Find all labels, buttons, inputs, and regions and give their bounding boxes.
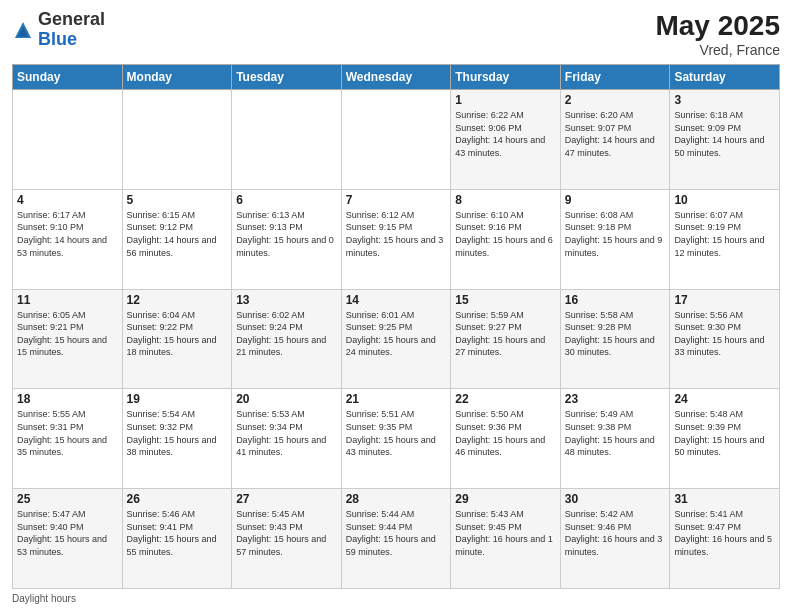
day-info: Sunrise: 5:42 AMSunset: 9:46 PMDaylight:… <box>565 508 666 558</box>
day-number: 18 <box>17 392 118 406</box>
week-row-5: 25Sunrise: 5:47 AMSunset: 9:40 PMDayligh… <box>13 489 780 589</box>
day-header-friday: Friday <box>560 65 670 90</box>
day-info: Sunrise: 5:41 AMSunset: 9:47 PMDaylight:… <box>674 508 775 558</box>
day-cell: 28Sunrise: 5:44 AMSunset: 9:44 PMDayligh… <box>341 489 451 589</box>
day-number: 11 <box>17 293 118 307</box>
day-cell <box>13 90 123 190</box>
day-number: 3 <box>674 93 775 107</box>
week-row-2: 4Sunrise: 6:17 AMSunset: 9:10 PMDaylight… <box>13 189 780 289</box>
day-info: Sunrise: 5:45 AMSunset: 9:43 PMDaylight:… <box>236 508 337 558</box>
day-cell: 20Sunrise: 5:53 AMSunset: 9:34 PMDayligh… <box>232 389 342 489</box>
day-info: Sunrise: 5:59 AMSunset: 9:27 PMDaylight:… <box>455 309 556 359</box>
week-row-4: 18Sunrise: 5:55 AMSunset: 9:31 PMDayligh… <box>13 389 780 489</box>
day-number: 23 <box>565 392 666 406</box>
logo-text: General Blue <box>38 10 105 50</box>
day-cell: 5Sunrise: 6:15 AMSunset: 9:12 PMDaylight… <box>122 189 232 289</box>
day-cell: 16Sunrise: 5:58 AMSunset: 9:28 PMDayligh… <box>560 289 670 389</box>
day-number: 9 <box>565 193 666 207</box>
day-cell: 1Sunrise: 6:22 AMSunset: 9:06 PMDaylight… <box>451 90 561 190</box>
day-info: Sunrise: 5:51 AMSunset: 9:35 PMDaylight:… <box>346 408 447 458</box>
day-number: 2 <box>565 93 666 107</box>
day-info: Sunrise: 6:08 AMSunset: 9:18 PMDaylight:… <box>565 209 666 259</box>
day-number: 30 <box>565 492 666 506</box>
day-info: Sunrise: 6:05 AMSunset: 9:21 PMDaylight:… <box>17 309 118 359</box>
day-cell: 25Sunrise: 5:47 AMSunset: 9:40 PMDayligh… <box>13 489 123 589</box>
day-number: 28 <box>346 492 447 506</box>
day-number: 17 <box>674 293 775 307</box>
day-header-monday: Monday <box>122 65 232 90</box>
day-number: 15 <box>455 293 556 307</box>
day-cell: 27Sunrise: 5:45 AMSunset: 9:43 PMDayligh… <box>232 489 342 589</box>
day-cell: 13Sunrise: 6:02 AMSunset: 9:24 PMDayligh… <box>232 289 342 389</box>
day-number: 27 <box>236 492 337 506</box>
day-info: Sunrise: 5:50 AMSunset: 9:36 PMDaylight:… <box>455 408 556 458</box>
day-number: 22 <box>455 392 556 406</box>
day-cell: 18Sunrise: 5:55 AMSunset: 9:31 PMDayligh… <box>13 389 123 489</box>
logo-general: General <box>38 9 105 29</box>
day-cell: 29Sunrise: 5:43 AMSunset: 9:45 PMDayligh… <box>451 489 561 589</box>
day-cell: 15Sunrise: 5:59 AMSunset: 9:27 PMDayligh… <box>451 289 561 389</box>
day-cell: 12Sunrise: 6:04 AMSunset: 9:22 PMDayligh… <box>122 289 232 389</box>
day-cell: 14Sunrise: 6:01 AMSunset: 9:25 PMDayligh… <box>341 289 451 389</box>
footer: Daylight hours <box>12 593 780 604</box>
day-number: 21 <box>346 392 447 406</box>
day-cell: 24Sunrise: 5:48 AMSunset: 9:39 PMDayligh… <box>670 389 780 489</box>
day-number: 13 <box>236 293 337 307</box>
day-cell: 19Sunrise: 5:54 AMSunset: 9:32 PMDayligh… <box>122 389 232 489</box>
day-number: 24 <box>674 392 775 406</box>
day-info: Sunrise: 5:53 AMSunset: 9:34 PMDaylight:… <box>236 408 337 458</box>
logo-blue: Blue <box>38 29 77 49</box>
day-number: 1 <box>455 93 556 107</box>
day-info: Sunrise: 6:17 AMSunset: 9:10 PMDaylight:… <box>17 209 118 259</box>
day-header-wednesday: Wednesday <box>341 65 451 90</box>
day-cell <box>232 90 342 190</box>
day-cell: 4Sunrise: 6:17 AMSunset: 9:10 PMDaylight… <box>13 189 123 289</box>
day-info: Sunrise: 6:15 AMSunset: 9:12 PMDaylight:… <box>127 209 228 259</box>
day-cell: 17Sunrise: 5:56 AMSunset: 9:30 PMDayligh… <box>670 289 780 389</box>
day-number: 20 <box>236 392 337 406</box>
day-cell: 8Sunrise: 6:10 AMSunset: 9:16 PMDaylight… <box>451 189 561 289</box>
day-info: Sunrise: 6:04 AMSunset: 9:22 PMDaylight:… <box>127 309 228 359</box>
day-info: Sunrise: 6:02 AMSunset: 9:24 PMDaylight:… <box>236 309 337 359</box>
day-info: Sunrise: 5:43 AMSunset: 9:45 PMDaylight:… <box>455 508 556 558</box>
day-number: 5 <box>127 193 228 207</box>
day-info: Sunrise: 6:18 AMSunset: 9:09 PMDaylight:… <box>674 109 775 159</box>
day-info: Sunrise: 5:48 AMSunset: 9:39 PMDaylight:… <box>674 408 775 458</box>
day-number: 29 <box>455 492 556 506</box>
day-header-row: SundayMondayTuesdayWednesdayThursdayFrid… <box>13 65 780 90</box>
day-cell: 2Sunrise: 6:20 AMSunset: 9:07 PMDaylight… <box>560 90 670 190</box>
day-number: 6 <box>236 193 337 207</box>
day-cell: 10Sunrise: 6:07 AMSunset: 9:19 PMDayligh… <box>670 189 780 289</box>
month-year: May 2025 <box>655 10 780 42</box>
day-cell: 11Sunrise: 6:05 AMSunset: 9:21 PMDayligh… <box>13 289 123 389</box>
calendar-table: SundayMondayTuesdayWednesdayThursdayFrid… <box>12 64 780 589</box>
day-cell <box>122 90 232 190</box>
day-cell: 23Sunrise: 5:49 AMSunset: 9:38 PMDayligh… <box>560 389 670 489</box>
day-cell: 22Sunrise: 5:50 AMSunset: 9:36 PMDayligh… <box>451 389 561 489</box>
footer-label: Daylight hours <box>12 593 76 604</box>
day-info: Sunrise: 6:13 AMSunset: 9:13 PMDaylight:… <box>236 209 337 259</box>
day-cell: 7Sunrise: 6:12 AMSunset: 9:15 PMDaylight… <box>341 189 451 289</box>
day-info: Sunrise: 5:46 AMSunset: 9:41 PMDaylight:… <box>127 508 228 558</box>
week-row-1: 1Sunrise: 6:22 AMSunset: 9:06 PMDaylight… <box>13 90 780 190</box>
day-header-thursday: Thursday <box>451 65 561 90</box>
day-cell: 6Sunrise: 6:13 AMSunset: 9:13 PMDaylight… <box>232 189 342 289</box>
day-number: 19 <box>127 392 228 406</box>
day-number: 25 <box>17 492 118 506</box>
day-cell: 3Sunrise: 6:18 AMSunset: 9:09 PMDaylight… <box>670 90 780 190</box>
day-cell: 21Sunrise: 5:51 AMSunset: 9:35 PMDayligh… <box>341 389 451 489</box>
day-header-tuesday: Tuesday <box>232 65 342 90</box>
day-info: Sunrise: 5:54 AMSunset: 9:32 PMDaylight:… <box>127 408 228 458</box>
logo: General Blue <box>12 10 105 50</box>
header: General Blue May 2025 Vred, France <box>12 10 780 58</box>
logo-icon <box>12 19 34 41</box>
day-number: 4 <box>17 193 118 207</box>
day-number: 10 <box>674 193 775 207</box>
location: Vred, France <box>655 42 780 58</box>
day-number: 26 <box>127 492 228 506</box>
day-number: 16 <box>565 293 666 307</box>
day-info: Sunrise: 5:55 AMSunset: 9:31 PMDaylight:… <box>17 408 118 458</box>
day-info: Sunrise: 5:56 AMSunset: 9:30 PMDaylight:… <box>674 309 775 359</box>
day-cell: 31Sunrise: 5:41 AMSunset: 9:47 PMDayligh… <box>670 489 780 589</box>
day-info: Sunrise: 5:47 AMSunset: 9:40 PMDaylight:… <box>17 508 118 558</box>
